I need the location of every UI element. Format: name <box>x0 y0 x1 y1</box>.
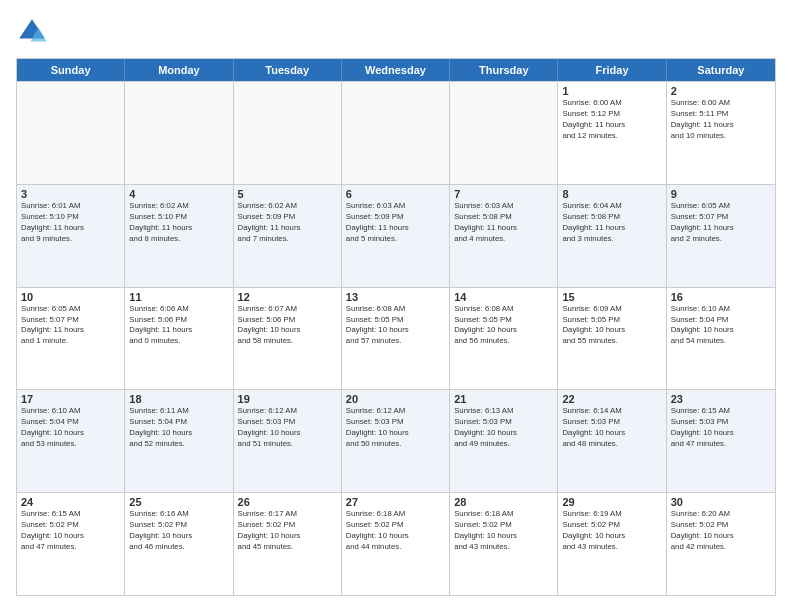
day-info: Sunrise: 6:18 AM Sunset: 5:02 PM Dayligh… <box>346 509 445 553</box>
day-info: Sunrise: 6:02 AM Sunset: 5:09 PM Dayligh… <box>238 201 337 245</box>
day-info: Sunrise: 6:06 AM Sunset: 5:06 PM Dayligh… <box>129 304 228 348</box>
day-info: Sunrise: 6:18 AM Sunset: 5:02 PM Dayligh… <box>454 509 553 553</box>
day-info: Sunrise: 6:12 AM Sunset: 5:03 PM Dayligh… <box>238 406 337 450</box>
day-number: 19 <box>238 393 337 405</box>
day-number: 4 <box>129 188 228 200</box>
day-cell-7: 7Sunrise: 6:03 AM Sunset: 5:08 PM Daylig… <box>450 185 558 287</box>
empty-cell <box>125 82 233 184</box>
day-number: 2 <box>671 85 771 97</box>
empty-cell <box>450 82 558 184</box>
logo-icon <box>16 16 48 48</box>
day-number: 23 <box>671 393 771 405</box>
day-cell-21: 21Sunrise: 6:13 AM Sunset: 5:03 PM Dayli… <box>450 390 558 492</box>
day-info: Sunrise: 6:13 AM Sunset: 5:03 PM Dayligh… <box>454 406 553 450</box>
day-info: Sunrise: 6:01 AM Sunset: 5:10 PM Dayligh… <box>21 201 120 245</box>
day-number: 11 <box>129 291 228 303</box>
day-number: 18 <box>129 393 228 405</box>
day-info: Sunrise: 6:20 AM Sunset: 5:02 PM Dayligh… <box>671 509 771 553</box>
day-cell-4: 4Sunrise: 6:02 AM Sunset: 5:10 PM Daylig… <box>125 185 233 287</box>
day-number: 14 <box>454 291 553 303</box>
day-cell-27: 27Sunrise: 6:18 AM Sunset: 5:02 PM Dayli… <box>342 493 450 595</box>
header-day-wednesday: Wednesday <box>342 59 450 81</box>
day-number: 24 <box>21 496 120 508</box>
day-cell-3: 3Sunrise: 6:01 AM Sunset: 5:10 PM Daylig… <box>17 185 125 287</box>
header-day-friday: Friday <box>558 59 666 81</box>
logo <box>16 16 52 48</box>
day-number: 8 <box>562 188 661 200</box>
day-cell-29: 29Sunrise: 6:19 AM Sunset: 5:02 PM Dayli… <box>558 493 666 595</box>
day-number: 5 <box>238 188 337 200</box>
day-cell-30: 30Sunrise: 6:20 AM Sunset: 5:02 PM Dayli… <box>667 493 775 595</box>
day-cell-24: 24Sunrise: 6:15 AM Sunset: 5:02 PM Dayli… <box>17 493 125 595</box>
day-cell-13: 13Sunrise: 6:08 AM Sunset: 5:05 PM Dayli… <box>342 288 450 390</box>
day-number: 22 <box>562 393 661 405</box>
page-header <box>16 16 776 48</box>
day-cell-9: 9Sunrise: 6:05 AM Sunset: 5:07 PM Daylig… <box>667 185 775 287</box>
day-cell-10: 10Sunrise: 6:05 AM Sunset: 5:07 PM Dayli… <box>17 288 125 390</box>
day-info: Sunrise: 6:19 AM Sunset: 5:02 PM Dayligh… <box>562 509 661 553</box>
day-cell-11: 11Sunrise: 6:06 AM Sunset: 5:06 PM Dayli… <box>125 288 233 390</box>
day-info: Sunrise: 6:14 AM Sunset: 5:03 PM Dayligh… <box>562 406 661 450</box>
day-number: 9 <box>671 188 771 200</box>
day-info: Sunrise: 6:11 AM Sunset: 5:04 PM Dayligh… <box>129 406 228 450</box>
day-info: Sunrise: 6:08 AM Sunset: 5:05 PM Dayligh… <box>454 304 553 348</box>
day-number: 20 <box>346 393 445 405</box>
day-number: 10 <box>21 291 120 303</box>
empty-cell <box>17 82 125 184</box>
week-row-5: 24Sunrise: 6:15 AM Sunset: 5:02 PM Dayli… <box>17 492 775 595</box>
empty-cell <box>342 82 450 184</box>
header-day-tuesday: Tuesday <box>234 59 342 81</box>
day-cell-12: 12Sunrise: 6:07 AM Sunset: 5:06 PM Dayli… <box>234 288 342 390</box>
day-info: Sunrise: 6:00 AM Sunset: 5:12 PM Dayligh… <box>562 98 661 142</box>
day-info: Sunrise: 6:16 AM Sunset: 5:02 PM Dayligh… <box>129 509 228 553</box>
header-day-thursday: Thursday <box>450 59 558 81</box>
day-info: Sunrise: 6:09 AM Sunset: 5:05 PM Dayligh… <box>562 304 661 348</box>
day-cell-19: 19Sunrise: 6:12 AM Sunset: 5:03 PM Dayli… <box>234 390 342 492</box>
day-cell-18: 18Sunrise: 6:11 AM Sunset: 5:04 PM Dayli… <box>125 390 233 492</box>
day-info: Sunrise: 6:17 AM Sunset: 5:02 PM Dayligh… <box>238 509 337 553</box>
day-info: Sunrise: 6:15 AM Sunset: 5:02 PM Dayligh… <box>21 509 120 553</box>
day-number: 26 <box>238 496 337 508</box>
day-info: Sunrise: 6:07 AM Sunset: 5:06 PM Dayligh… <box>238 304 337 348</box>
day-number: 7 <box>454 188 553 200</box>
day-number: 27 <box>346 496 445 508</box>
day-cell-5: 5Sunrise: 6:02 AM Sunset: 5:09 PM Daylig… <box>234 185 342 287</box>
day-info: Sunrise: 6:12 AM Sunset: 5:03 PM Dayligh… <box>346 406 445 450</box>
day-number: 17 <box>21 393 120 405</box>
day-info: Sunrise: 6:10 AM Sunset: 5:04 PM Dayligh… <box>671 304 771 348</box>
day-cell-20: 20Sunrise: 6:12 AM Sunset: 5:03 PM Dayli… <box>342 390 450 492</box>
day-info: Sunrise: 6:05 AM Sunset: 5:07 PM Dayligh… <box>671 201 771 245</box>
day-cell-6: 6Sunrise: 6:03 AM Sunset: 5:09 PM Daylig… <box>342 185 450 287</box>
day-info: Sunrise: 6:08 AM Sunset: 5:05 PM Dayligh… <box>346 304 445 348</box>
calendar: SundayMondayTuesdayWednesdayThursdayFrid… <box>16 58 776 596</box>
header-day-monday: Monday <box>125 59 233 81</box>
day-cell-25: 25Sunrise: 6:16 AM Sunset: 5:02 PM Dayli… <box>125 493 233 595</box>
day-info: Sunrise: 6:15 AM Sunset: 5:03 PM Dayligh… <box>671 406 771 450</box>
day-info: Sunrise: 6:03 AM Sunset: 5:08 PM Dayligh… <box>454 201 553 245</box>
day-number: 29 <box>562 496 661 508</box>
week-row-1: 1Sunrise: 6:00 AM Sunset: 5:12 PM Daylig… <box>17 81 775 184</box>
day-info: Sunrise: 6:04 AM Sunset: 5:08 PM Dayligh… <box>562 201 661 245</box>
header-day-saturday: Saturday <box>667 59 775 81</box>
day-number: 6 <box>346 188 445 200</box>
day-number: 13 <box>346 291 445 303</box>
header-day-sunday: Sunday <box>17 59 125 81</box>
day-cell-2: 2Sunrise: 6:00 AM Sunset: 5:11 PM Daylig… <box>667 82 775 184</box>
day-info: Sunrise: 6:03 AM Sunset: 5:09 PM Dayligh… <box>346 201 445 245</box>
week-row-3: 10Sunrise: 6:05 AM Sunset: 5:07 PM Dayli… <box>17 287 775 390</box>
day-number: 12 <box>238 291 337 303</box>
day-number: 3 <box>21 188 120 200</box>
day-cell-14: 14Sunrise: 6:08 AM Sunset: 5:05 PM Dayli… <box>450 288 558 390</box>
day-number: 30 <box>671 496 771 508</box>
calendar-header: SundayMondayTuesdayWednesdayThursdayFrid… <box>17 59 775 81</box>
day-info: Sunrise: 6:02 AM Sunset: 5:10 PM Dayligh… <box>129 201 228 245</box>
day-number: 16 <box>671 291 771 303</box>
calendar-body: 1Sunrise: 6:00 AM Sunset: 5:12 PM Daylig… <box>17 81 775 595</box>
day-number: 1 <box>562 85 661 97</box>
day-number: 25 <box>129 496 228 508</box>
day-number: 28 <box>454 496 553 508</box>
day-number: 15 <box>562 291 661 303</box>
empty-cell <box>234 82 342 184</box>
day-cell-26: 26Sunrise: 6:17 AM Sunset: 5:02 PM Dayli… <box>234 493 342 595</box>
day-cell-23: 23Sunrise: 6:15 AM Sunset: 5:03 PM Dayli… <box>667 390 775 492</box>
